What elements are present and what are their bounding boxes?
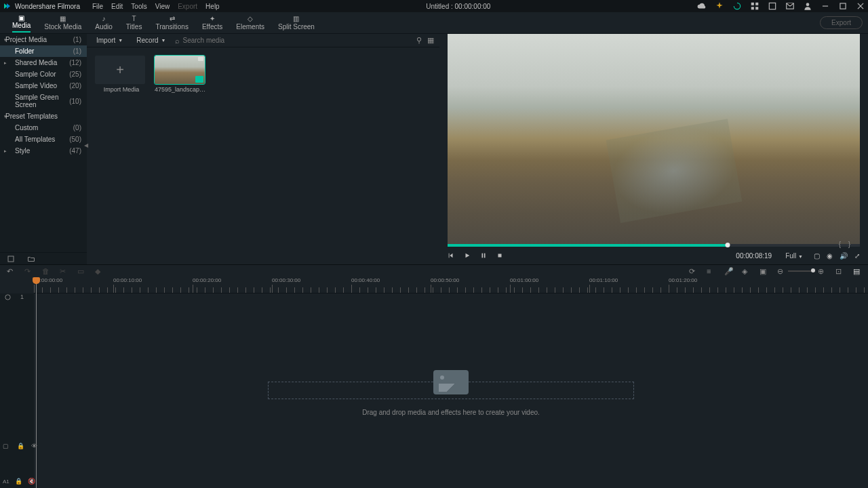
sidebar-item-count: (12) <box>69 59 81 66</box>
sparkle-icon[interactable] <box>715 1 724 11</box>
sidebar-item[interactable]: ▸Style(47) <box>0 145 87 157</box>
redo-icon: ↷ <box>24 267 33 275</box>
voiceover-icon[interactable]: 🎤 <box>724 267 732 275</box>
search-input[interactable] <box>182 37 411 44</box>
fullscreen-icon[interactable]: ⤢ <box>854 252 860 260</box>
menu-tools[interactable]: Tools <box>131 3 146 10</box>
export-button[interactable]: Export <box>820 16 863 29</box>
sidebar-item-count: (1) <box>73 36 81 43</box>
menu-file[interactable]: File <box>92 3 103 10</box>
window-controls <box>697 1 865 11</box>
search-box[interactable]: ⌕ <box>175 37 411 45</box>
library-icon[interactable] <box>768 1 777 11</box>
record-dropdown[interactable]: Record ▼ <box>132 37 170 44</box>
mark-out-icon[interactable]: } <box>848 241 850 248</box>
tab-elements[interactable]: ◇Elements <box>229 14 271 32</box>
filter-icon[interactable]: ⚲ <box>416 36 422 45</box>
video-track-icon[interactable]: ▢ <box>3 443 10 450</box>
sidebar-item[interactable]: Sample Green Screen(10) <box>0 92 87 110</box>
svg-rect-3 <box>755 7 758 9</box>
media-clip[interactable]: 47595_landscape_of_... <box>155 56 208 93</box>
timeline-ruler[interactable]: 00:00:00:0000:00:10:0000:00:20:0000:00:3… <box>34 277 868 293</box>
tab-titles[interactable]: TTitles <box>119 14 149 32</box>
drop-slot[interactable] <box>268 382 634 399</box>
zoom-in-icon[interactable]: ⊕ <box>818 267 826 275</box>
scrub-bar[interactable]: { } <box>448 244 860 247</box>
track-settings-icon[interactable] <box>4 293 12 301</box>
sidebar-item[interactable]: All Templates(50) <box>0 134 87 145</box>
view-grid-icon[interactable]: ▦ <box>427 36 434 45</box>
save-icon[interactable] <box>7 255 15 263</box>
sidebar-item[interactable]: ▾Project Media(1) <box>0 34 87 45</box>
snap-icon[interactable]: ▣ <box>760 267 768 275</box>
tab-stock-media[interactable]: ▦Stock Media <box>37 14 88 32</box>
grid-icon[interactable] <box>750 1 760 11</box>
stop-icon[interactable] <box>496 252 503 259</box>
expand-arrow-icon[interactable]: ▸ <box>4 60 7 66</box>
quality-select[interactable]: Full ▼ <box>781 251 807 260</box>
tab-media[interactable]: ▣Media <box>5 13 37 33</box>
add-to-timeline-icon[interactable] <box>195 76 203 83</box>
undo-icon[interactable]: ↶ <box>7 267 15 275</box>
account-icon[interactable] <box>803 1 812 11</box>
snapshot-icon[interactable]: ◉ <box>827 252 833 260</box>
expand-arrow-icon[interactable]: ▾ <box>4 37 7 43</box>
menu-edit[interactable]: Edit <box>111 3 123 10</box>
preview-canvas[interactable] <box>448 34 860 244</box>
zoom-knob[interactable] <box>811 268 815 272</box>
lock-icon[interactable]: 🔒 <box>15 478 22 485</box>
elements-icon: ◇ <box>245 16 255 22</box>
svg-rect-14 <box>484 253 486 258</box>
refresh-icon[interactable] <box>732 1 742 11</box>
tab-effects[interactable]: ✦Effects <box>195 14 229 32</box>
menu-help[interactable]: Help <box>205 3 220 10</box>
expand-arrow-icon[interactable]: ▾ <box>4 114 7 119</box>
source-tabs: ▣Media ▦Stock Media ♪Audio TTitles ⇄Tran… <box>0 12 868 34</box>
render-icon[interactable]: ⟳ <box>689 267 697 275</box>
titles-icon: T <box>130 16 139 22</box>
expand-arrow-icon[interactable]: ▸ <box>4 148 7 154</box>
sidebar-item[interactable]: Sample Color(25) <box>0 68 87 80</box>
import-media-cell[interactable]: + Import Media <box>95 56 148 93</box>
timeline-tracks[interactable]: Drag and drop media and effects here to … <box>34 293 868 488</box>
chevron-down-icon: ▼ <box>118 38 123 43</box>
sidebar-item[interactable]: ▸Shared Media(12) <box>0 57 87 68</box>
sidebar-item[interactable]: ▾Preset Templates <box>0 110 87 122</box>
delete-icon: 🗑 <box>42 267 50 275</box>
zoom-slider[interactable] <box>788 270 815 272</box>
message-icon[interactable] <box>785 1 795 11</box>
sidebar-item[interactable]: Folder(1) <box>0 45 87 57</box>
zoom-out-icon[interactable]: ⊖ <box>777 267 785 275</box>
lock-icon[interactable]: 🔒 <box>17 443 24 450</box>
play-icon[interactable] <box>464 252 471 259</box>
panel-collapse-icon[interactable]: ◀ <box>84 142 88 148</box>
tab-transitions[interactable]: ⇄Transitions <box>149 14 195 32</box>
scrub-knob[interactable] <box>726 243 730 247</box>
volume-icon[interactable]: 🔊 <box>840 252 848 260</box>
maximize-icon[interactable] <box>838 1 848 11</box>
sidebar-item-label: Sample Video <box>15 82 57 89</box>
close-icon[interactable] <box>856 1 865 11</box>
track-manager-icon[interactable]: ▤ <box>853 267 861 275</box>
marker-add-icon[interactable]: ◈ <box>742 267 750 275</box>
new-folder-icon[interactable] <box>27 255 35 263</box>
menu-view[interactable]: View <box>155 3 170 10</box>
sidebar-item-count: (10) <box>69 98 81 105</box>
ruler-tick: 00:00:40:00 <box>351 277 380 283</box>
zoom-fit-icon[interactable]: ⊡ <box>835 267 844 275</box>
prev-frame-icon[interactable] <box>448 252 454 259</box>
display-icon[interactable]: ▢ <box>814 252 820 260</box>
pause-icon[interactable] <box>480 252 487 259</box>
cloud-icon[interactable] <box>697 1 707 11</box>
tab-audio[interactable]: ♪Audio <box>88 14 119 32</box>
drop-zone[interactable]: Drag and drop media and effects here to … <box>268 382 634 416</box>
tab-split-screen[interactable]: ▥Split Screen <box>271 14 321 32</box>
minimize-icon[interactable] <box>821 1 830 11</box>
import-dropdown[interactable]: Import ▼ <box>92 37 127 44</box>
mark-in-icon[interactable]: { <box>839 241 841 248</box>
mixer-icon[interactable]: ≡ <box>707 267 715 275</box>
playhead[interactable] <box>36 277 37 488</box>
sidebar-item[interactable]: Custom(0) <box>0 122 87 134</box>
sidebar-item[interactable]: Sample Video(20) <box>0 80 87 92</box>
ruler-tick: 00:01:20:00 <box>669 277 697 283</box>
